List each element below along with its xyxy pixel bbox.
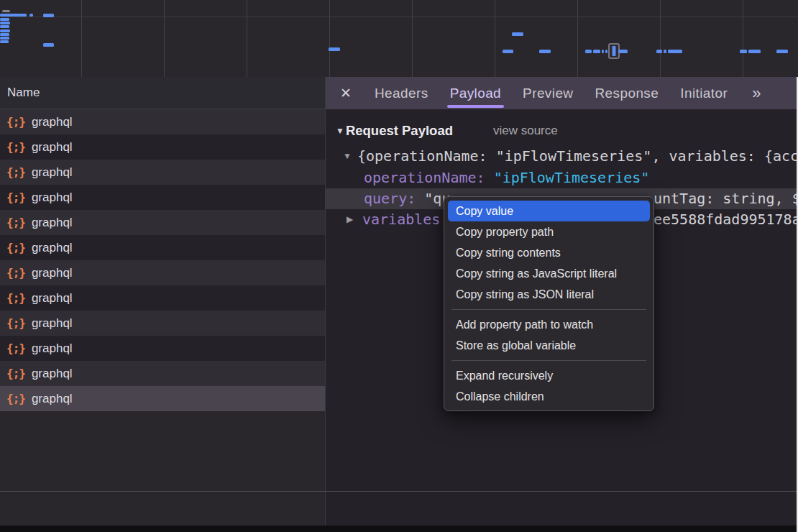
timeline-request-bar [664, 50, 666, 53]
request-name: graphql [32, 115, 73, 129]
menu-item-copy-value[interactable]: Copy value [448, 201, 650, 221]
json-request-icon: {;} [6, 216, 25, 229]
timeline-request-bar [618, 50, 628, 53]
json-request-icon: {;} [6, 291, 25, 305]
network-overview-timeline[interactable] [0, 0, 798, 78]
menu-item-copy-string-as-json-literal[interactable]: Copy string as JSON literal [448, 284, 650, 305]
timeline-request-bar [512, 32, 523, 36]
property-key: query: [364, 190, 416, 207]
timeline-request-bar [29, 14, 33, 17]
name-column-header[interactable]: Name [0, 77, 325, 109]
json-request-icon: {;} [6, 367, 25, 380]
request-row[interactable]: {;}graphql [0, 336, 325, 361]
footer-right-area [326, 492, 798, 526]
request-row[interactable]: {;}graphql [0, 260, 325, 285]
details-tab-bar: ✕ HeadersPayloadPreviewResponseInitiator… [326, 77, 798, 109]
tab-headers[interactable]: Headers [375, 77, 428, 109]
property-key: variables [362, 211, 440, 228]
timeline-request-bar [776, 50, 788, 53]
json-request-icon: {;} [6, 316, 25, 330]
menu-divider [451, 360, 646, 361]
request-row[interactable]: {;}graphql [0, 210, 325, 235]
request-row[interactable]: {;}graphql [0, 185, 325, 210]
timeline-request-bar [539, 50, 551, 53]
request-row[interactable]: {;}graphql [0, 285, 325, 311]
tab-payload[interactable]: Payload [450, 77, 501, 109]
menu-item-copy-string-as-javascript-literal[interactable]: Copy string as JavaScript literal [448, 263, 650, 284]
name-column-label: Name [7, 86, 40, 100]
request-list-panel: Name {;}graphql{;}graphql{;}graphql{;}gr… [0, 77, 325, 491]
timeline-request-bar [2, 10, 10, 12]
timeline-request-bar [0, 37, 9, 40]
menu-divider [451, 309, 646, 310]
triangle-right-icon[interactable]: ▶ [347, 209, 353, 230]
tab-initiator[interactable]: Initiator [680, 77, 728, 109]
close-icon[interactable]: ✕ [339, 85, 353, 101]
request-row[interactable]: {;}graphql [0, 109, 325, 134]
more-tabs-icon[interactable]: » [752, 84, 759, 103]
timeline-request-bar [0, 18, 9, 21]
menu-item-copy-string-contents[interactable]: Copy string contents [448, 242, 650, 263]
menu-item-add-property-path-to-watch[interactable]: Add property path to watch [448, 314, 650, 335]
payload-preview-text: {operationName: "ipFlowTimeseries", vari… [357, 146, 798, 167]
json-request-icon: {;} [6, 241, 25, 254]
timeline-request-bar [0, 29, 10, 32]
section-title: Request Payload [346, 123, 453, 139]
json-request-icon: {;} [6, 115, 25, 129]
timeline-request-bar [0, 25, 9, 28]
payload-root-row[interactable]: ▼ {operationName: "ipFlowTimeseries", va… [326, 146, 798, 167]
json-request-icon: {;} [6, 191, 25, 204]
request-name: graphql [32, 216, 73, 230]
menu-item-expand-recursively[interactable]: Expand recursively [448, 365, 650, 386]
request-name: graphql [32, 165, 73, 180]
request-row[interactable]: {;}graphql [0, 386, 325, 411]
property-key: operationName: [364, 169, 485, 186]
request-row[interactable]: {;}graphql [0, 311, 325, 336]
operation-name-row[interactable]: operationName: "ipFlowTimeseries" [326, 168, 798, 188]
request-name: graphql [32, 291, 73, 306]
json-request-icon: {;} [6, 392, 25, 405]
menu-item-collapse-children[interactable]: Collapse children [448, 386, 650, 407]
devtools-network-panel: Name {;}graphql{;}graphql{;}graphql{;}gr… [0, 0, 798, 532]
request-payload-section-header: ▼ Request Payload view source [336, 119, 558, 142]
bottom-bar [0, 526, 798, 532]
request-row[interactable]: {;}graphql [0, 235, 325, 260]
tab-response[interactable]: Response [595, 77, 659, 109]
timeline-request-bar [593, 50, 600, 53]
tab-preview[interactable]: Preview [523, 77, 573, 109]
request-name: graphql [32, 367, 73, 381]
request-name: graphql [32, 341, 73, 356]
timeline-request-bar [0, 33, 9, 36]
context-menu: Copy valueCopy property pathCopy string … [444, 196, 654, 411]
request-name: graphql [32, 266, 73, 280]
view-source-link[interactable]: view source [493, 124, 558, 138]
request-name: graphql [32, 392, 73, 406]
request-name: graphql [32, 140, 73, 155]
timeline-request-bar [668, 50, 682, 53]
menu-item-copy-property-path[interactable]: Copy property path [448, 221, 650, 242]
timeline-request-bar [503, 50, 513, 53]
property-value-end: untTag: string, $f [653, 188, 798, 209]
request-name: graphql [32, 191, 73, 205]
timeline-request-bar [602, 50, 604, 53]
timeline-request-bar [656, 50, 662, 53]
timeline-request-bar [0, 22, 10, 24]
timeline-request-bar [43, 14, 54, 17]
json-request-icon: {;} [6, 140, 25, 154]
menu-item-store-as-global-variable[interactable]: Store as global variable [448, 335, 650, 356]
request-name: graphql [32, 316, 73, 331]
request-row[interactable]: {;}graphql [0, 134, 325, 160]
request-name: graphql [32, 241, 73, 255]
tabs: HeadersPayloadPreviewResponseInitiator [353, 77, 728, 109]
timeline-request-bar [585, 50, 592, 53]
pane-divider[interactable] [325, 77, 326, 526]
request-rows: {;}graphql{;}graphql{;}graphql{;}graphql… [0, 109, 325, 411]
json-request-icon: {;} [6, 266, 25, 280]
timeline-request-bar [740, 50, 747, 53]
triangle-down-icon[interactable]: ▼ [343, 146, 352, 167]
request-row[interactable]: {;}graphql [0, 361, 325, 386]
property-value: "ipFlowTimeseries" [494, 169, 650, 186]
property-value-end: ee5588fdad995178a0 [653, 209, 798, 230]
triangle-down-icon[interactable]: ▼ [336, 126, 344, 136]
request-row[interactable]: {;}graphql [0, 160, 325, 185]
